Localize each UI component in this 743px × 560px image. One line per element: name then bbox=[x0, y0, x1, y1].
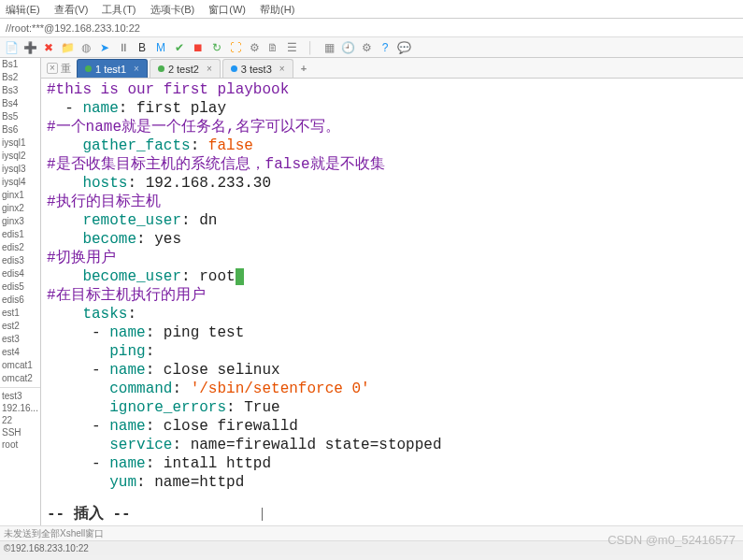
term-line: - name: close firewalld bbox=[47, 417, 737, 436]
tab-label: 3 test3 bbox=[241, 60, 272, 79]
session-item[interactable]: omcat2 bbox=[0, 372, 40, 385]
arrow-icon[interactable]: ➤ bbox=[97, 40, 112, 55]
term-line: #执行的目标主机 bbox=[47, 193, 737, 211]
menu-tools[interactable]: 工具(T) bbox=[102, 4, 136, 15]
session-item[interactable]: Bs3 bbox=[0, 84, 40, 97]
term-line: #是否收集目标主机的系统信息，false就是不收集 bbox=[47, 155, 737, 174]
close-icon[interactable]: × bbox=[134, 60, 139, 79]
term-line: tasks: bbox=[47, 305, 737, 323]
term-line: #this is our first playbook bbox=[47, 80, 737, 99]
refresh-icon[interactable]: ↻ bbox=[209, 40, 224, 55]
session-item[interactable]: edis4 bbox=[0, 267, 40, 280]
session-item[interactable]: iysql3 bbox=[0, 163, 40, 176]
session-item[interactable]: est1 bbox=[0, 307, 40, 320]
tab[interactable]: 1 test1× bbox=[77, 59, 148, 78]
term-line: gather_facts: false bbox=[47, 136, 737, 155]
session-item[interactable]: Bs2 bbox=[0, 71, 40, 84]
session-item[interactable]: ginx2 bbox=[0, 202, 40, 215]
session-item[interactable]: iysql1 bbox=[0, 136, 40, 150]
tab-add[interactable]: + bbox=[295, 59, 312, 78]
bold-icon[interactable]: B bbox=[135, 40, 150, 55]
broadcast-bar: 未发送到全部Xshell窗口 bbox=[0, 525, 743, 540]
close-icon[interactable]: × bbox=[207, 60, 212, 79]
vim-status: -- 插入 -- bbox=[41, 504, 743, 525]
list-icon[interactable]: ☰ bbox=[284, 40, 299, 55]
session-item[interactable]: iysql2 bbox=[0, 150, 40, 163]
session-item[interactable]: est4 bbox=[0, 346, 40, 359]
folder-icon[interactable]: 📁 bbox=[60, 40, 75, 55]
cross-icon[interactable]: ✖ bbox=[41, 40, 56, 55]
term-line: #在目标主机执行的用户 bbox=[47, 286, 737, 305]
term-line: ping: bbox=[47, 342, 737, 361]
session-item[interactable]: Bs4 bbox=[0, 97, 40, 110]
session-item[interactable]: edis1 bbox=[0, 228, 40, 241]
side-close-icon[interactable]: × bbox=[47, 63, 58, 74]
term-line: command: '/sbin/setenforce 0' bbox=[47, 380, 737, 398]
session-item[interactable]: iysql4 bbox=[0, 176, 40, 189]
caret-icon bbox=[262, 508, 263, 521]
session-item[interactable]: est3 bbox=[0, 333, 40, 346]
menu-help[interactable]: 帮助(H) bbox=[260, 4, 294, 15]
term-line: service: name=firewalld state=stopped bbox=[47, 436, 737, 454]
close-icon[interactable]: × bbox=[279, 60, 285, 79]
status-dot-icon bbox=[231, 65, 237, 72]
session-item[interactable]: edis3 bbox=[0, 254, 40, 267]
layers-icon[interactable]: 🗎 bbox=[265, 40, 280, 55]
term-line: #一个name就是一个任务名,名字可以不写。 bbox=[47, 118, 737, 136]
term-line: hosts: 192.168.233.30 bbox=[47, 174, 737, 193]
term-line: - name: first play bbox=[47, 99, 737, 118]
help-icon[interactable]: ? bbox=[378, 40, 393, 55]
status-dot-icon bbox=[85, 65, 92, 72]
disk-icon[interactable]: ◍ bbox=[79, 40, 93, 55]
tab[interactable]: 3 test3× bbox=[222, 59, 293, 78]
session-item[interactable]: ginx1 bbox=[0, 189, 40, 202]
clock-icon[interactable]: 🕘 bbox=[340, 40, 355, 55]
pause-icon[interactable]: ⏸ bbox=[116, 40, 131, 55]
session-item[interactable]: Bs5 bbox=[0, 110, 40, 123]
status-bar: ©192.168.233.10:22 bbox=[0, 540, 743, 555]
menu-tabs[interactable]: 选项卡(B) bbox=[150, 4, 195, 15]
term-line: #切换用户 bbox=[47, 249, 737, 267]
check-icon[interactable]: ✔ bbox=[172, 40, 187, 55]
italic-icon[interactable]: M bbox=[153, 40, 168, 55]
session-item[interactable]: ginx3 bbox=[0, 215, 40, 228]
session-item[interactable]: Bs6 bbox=[0, 123, 40, 136]
toolbar: 📄➕✖📁◍➤⏸BM✔⏹↻⛶⚙🗎☰│▦🕘⚙?💬 bbox=[0, 37, 743, 58]
session-info: 22 bbox=[0, 414, 40, 426]
terminal[interactable]: #this is our first playbook - name: firs… bbox=[41, 79, 743, 504]
editor-area: × 重 1 test1×2 test2×3 test3× + #this is … bbox=[41, 58, 743, 525]
full-icon[interactable]: ⛶ bbox=[228, 40, 243, 55]
chat-icon[interactable]: 💬 bbox=[396, 40, 411, 55]
tab-label: 2 test2 bbox=[168, 60, 199, 79]
stop-icon[interactable]: ⏹ bbox=[191, 40, 206, 55]
menu-view[interactable]: 查看(V) bbox=[54, 4, 89, 15]
gear2-icon[interactable]: ⚙ bbox=[359, 40, 374, 55]
gear-icon[interactable]: ⚙ bbox=[247, 40, 262, 55]
add-icon[interactable]: ➕ bbox=[22, 40, 37, 55]
address-bar[interactable]: //root:***@192.168.233.10:22 bbox=[0, 19, 743, 37]
main: Bs1Bs2Bs3Bs4Bs5Bs6iysql1iysql2iysql3iysq… bbox=[0, 58, 743, 525]
session-info: 192.16... bbox=[0, 402, 40, 414]
session-sidebar: Bs1Bs2Bs3Bs4Bs5Bs6iysql1iysql2iysql3iysq… bbox=[0, 58, 41, 525]
side-tab[interactable]: × 重 bbox=[41, 59, 77, 78]
menubar: 编辑(E) 查看(V) 工具(T) 选项卡(B) 窗口(W) 帮助(H) bbox=[0, 0, 743, 19]
term-line: remote_user: dn bbox=[47, 211, 737, 230]
sep[interactable]: │ bbox=[303, 40, 318, 55]
session-info: root bbox=[0, 438, 40, 451]
tab-strip: × 重 1 test1×2 test2×3 test3× + bbox=[41, 58, 743, 79]
grid-icon[interactable]: ▦ bbox=[321, 40, 336, 55]
session-item[interactable]: edis2 bbox=[0, 241, 40, 254]
session-item[interactable]: Bs1 bbox=[0, 58, 40, 71]
tab-label: 1 test1 bbox=[95, 60, 126, 79]
session-item[interactable]: edis6 bbox=[0, 294, 40, 307]
menu-edit[interactable]: 编辑(E) bbox=[6, 4, 40, 15]
session-item[interactable]: omcat1 bbox=[0, 359, 40, 372]
session-info: SSH bbox=[0, 426, 40, 438]
menu-window[interactable]: 窗口(W) bbox=[208, 4, 246, 15]
session-item[interactable]: est2 bbox=[0, 320, 40, 333]
term-line: become_user: root bbox=[47, 267, 737, 286]
term-line: yum: name=httpd bbox=[47, 473, 737, 492]
tab[interactable]: 2 test2× bbox=[150, 59, 221, 78]
session-item[interactable]: edis5 bbox=[0, 280, 40, 294]
file-icon[interactable]: 📄 bbox=[4, 40, 19, 55]
